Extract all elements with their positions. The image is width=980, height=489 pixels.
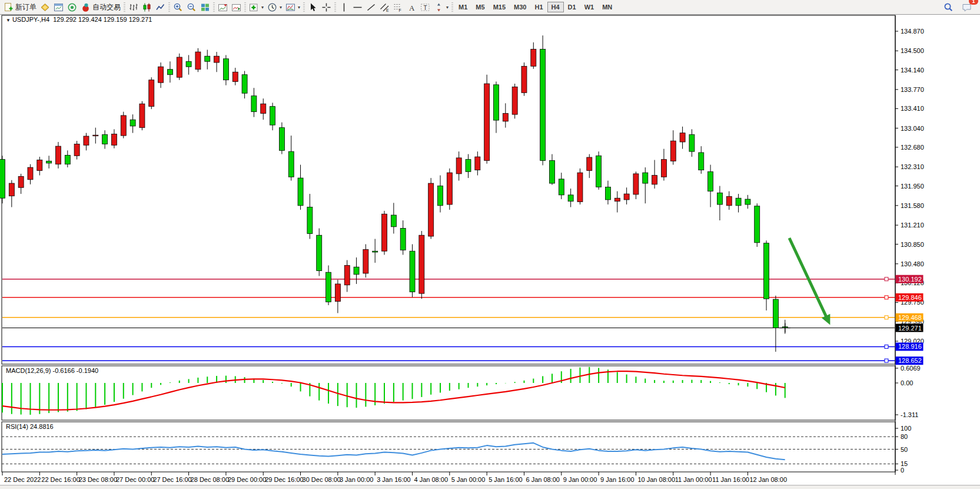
rsi-name: RSI(14)	[6, 423, 28, 430]
line-handle[interactable]	[885, 316, 888, 319]
timeframe-w1-button[interactable]: W1	[580, 2, 599, 12]
time-tick-label: 27 Dec 00:00	[116, 476, 154, 483]
candlestick	[764, 243, 769, 299]
vertical-line-tool-button[interactable]	[337, 1, 351, 14]
channel-tool-button[interactable]: E	[378, 1, 391, 14]
toolbar: 新订单自动交易▾▾▾EFAT▾M1M5M15M30H1H4D1W1MN1	[0, 0, 980, 15]
candlestick	[195, 52, 201, 70]
line-handle[interactable]	[885, 296, 888, 299]
candlestick-mode-button[interactable]	[140, 1, 154, 14]
time-tick-label: 29 Dec 00:00	[228, 476, 266, 483]
chevron-down-icon[interactable]: ▾	[280, 5, 282, 10]
tile-windows-button[interactable]	[198, 1, 212, 14]
time-tick-label: 3 Jan 16:00	[377, 476, 411, 483]
panel-divider[interactable]	[2, 420, 895, 422]
periods-button[interactable]: ▾	[265, 1, 284, 14]
macd-tick-label: -1.311	[901, 411, 918, 418]
auto-trading-button[interactable]: 自动交易	[79, 1, 122, 14]
timeframe-m30-button[interactable]: M30	[510, 2, 530, 12]
line-chart-mode-button[interactable]	[154, 1, 167, 14]
rsi-tick-label: 100	[901, 425, 911, 432]
candlestick	[93, 135, 98, 136]
crosshair-tool-button[interactable]	[320, 1, 333, 14]
price-level-label-text: 129.468	[898, 314, 922, 321]
trendline-tool-button[interactable]	[364, 1, 378, 14]
panel-divider[interactable]	[2, 364, 895, 366]
chevron-down-icon[interactable]: ▾	[446, 5, 449, 10]
zoom-in-button[interactable]	[171, 1, 185, 14]
line-handle[interactable]	[885, 359, 888, 362]
new-order-button[interactable]: 新订单	[2, 1, 38, 14]
candlestick	[419, 235, 424, 293]
candlestick	[614, 198, 620, 201]
candlestick	[736, 198, 741, 206]
line-handle[interactable]	[885, 277, 888, 281]
timeframe-m15-button[interactable]: M15	[489, 2, 510, 12]
candlestick	[493, 85, 499, 120]
timeframe-h1-button[interactable]: H1	[530, 2, 547, 12]
notifications-button[interactable]: 1	[960, 1, 974, 14]
candlestick	[130, 120, 135, 126]
candlestick	[428, 183, 434, 236]
candlestick-icon	[142, 2, 152, 12]
candlestick	[745, 199, 750, 204]
new-chart-button[interactable]	[52, 1, 65, 14]
bar-chart-mode-button[interactable]	[127, 1, 140, 14]
symbol-dropdown-icon[interactable]: ▼	[6, 18, 11, 23]
price-tick-label: 134.870	[901, 28, 924, 35]
line-handle[interactable]	[885, 345, 888, 348]
time-tick-label: 10 Jan 08:00	[637, 476, 675, 483]
time-tick-label: 12 Jan 08:00	[749, 476, 787, 483]
time-tick-label: 22 Dec 16:00	[41, 476, 79, 483]
candlestick	[773, 299, 778, 328]
price-level-label-text: 128.916	[898, 343, 922, 350]
candlestick	[9, 183, 14, 196]
candlestick	[726, 197, 732, 206]
auto-scroll-button[interactable]	[230, 1, 243, 14]
arrows-tool-button[interactable]: ▾	[432, 1, 450, 14]
history-center-button[interactable]	[38, 1, 52, 14]
candlestick	[624, 194, 629, 200]
indicators-button[interactable]: ▾	[247, 1, 265, 14]
time-tick-label: 11 Jan 00:00	[675, 476, 712, 483]
time-tick-label: 11 Jan 16:00	[712, 476, 749, 483]
templates-button[interactable]: ▾	[284, 1, 302, 14]
timeframe-m5-button[interactable]: M5	[471, 2, 489, 12]
candlestick	[270, 107, 275, 125]
search-button[interactable]	[942, 1, 955, 14]
time-tick-label: 28 Dec 08:00	[191, 476, 229, 483]
text-tool-button[interactable]: A	[405, 1, 418, 14]
chevron-down-icon[interactable]: ▾	[261, 5, 264, 10]
price-tick-label: 134.140	[901, 67, 924, 74]
candlestick	[149, 80, 154, 107]
candlestick	[410, 251, 415, 292]
candlestick	[158, 67, 164, 82]
label-tool-button[interactable]: T	[418, 1, 432, 14]
hline-icon	[353, 2, 363, 12]
candlestick	[559, 179, 564, 195]
timeframe-mn-button[interactable]: MN	[598, 2, 616, 12]
candlestick	[307, 207, 313, 234]
signal-icon	[67, 2, 77, 12]
cursor-icon	[308, 2, 318, 12]
chevron-down-icon[interactable]: ▾	[298, 5, 300, 10]
fibonacci-tool-button[interactable]: F	[391, 1, 405, 14]
timeframe-m1-button[interactable]: M1	[454, 2, 471, 12]
crosshair-icon	[321, 2, 331, 12]
price-tick-label: 132.680	[901, 144, 924, 151]
chart-shift-button[interactable]	[216, 1, 230, 14]
toolbar-right-cluster: 1	[942, 1, 978, 14]
template-icon	[285, 2, 295, 12]
cursor-tool-button[interactable]	[306, 1, 320, 14]
horizontal-line-tool-button[interactable]	[351, 1, 364, 14]
candlestick	[326, 272, 331, 302]
toolbar-separator	[334, 2, 336, 12]
candlestick	[475, 157, 480, 170]
zoom-out-button[interactable]	[185, 1, 198, 14]
candlestick	[755, 206, 760, 243]
timeframe-h4-button[interactable]: H4	[547, 2, 564, 12]
toolbar-separator	[244, 2, 246, 12]
time-tick-label: 4 Jan 08:00	[414, 476, 449, 483]
timeframe-d1-button[interactable]: D1	[564, 2, 580, 12]
market-data-button[interactable]	[65, 1, 79, 14]
